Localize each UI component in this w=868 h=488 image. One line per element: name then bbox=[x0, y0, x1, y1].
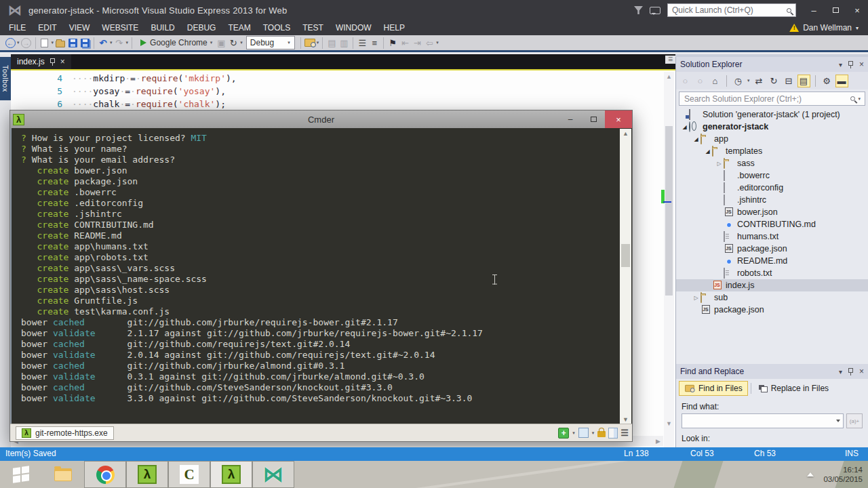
taskbar-button-vs[interactable]: ⋈ bbox=[252, 461, 294, 488]
next-bookmark-button[interactable]: ⇥ bbox=[411, 37, 423, 49]
panel-pin-icon[interactable] bbox=[848, 367, 854, 375]
panel-close-icon[interactable]: × bbox=[859, 367, 864, 376]
tab-index-js[interactable]: index.js × bbox=[11, 54, 71, 69]
expanded-arrow-icon[interactable]: ◢ bbox=[692, 136, 701, 142]
se-pending-changes-icon[interactable]: ◷ bbox=[732, 75, 745, 87]
terminal-scroll-down-icon[interactable]: ▼ bbox=[620, 416, 631, 423]
se-pending-dropdown-icon[interactable]: ▾ bbox=[747, 78, 750, 83]
code-line[interactable]: 5····yosay·=·require('yosay'), bbox=[11, 85, 648, 98]
terminal-output[interactable]: ? How is your project licensed? MIT? Wha… bbox=[10, 128, 632, 425]
taskbar-button-explorer[interactable] bbox=[42, 461, 84, 488]
quick-launch-input[interactable]: Quick Launch (Ctrl+Q) bbox=[667, 3, 796, 17]
scroll-toggle-icon[interactable] bbox=[608, 428, 618, 439]
se-forward-icon[interactable]: ○ bbox=[694, 75, 707, 87]
solution-explorer-titlebar[interactable]: Solution Explorer ▾ × bbox=[676, 57, 868, 72]
collapsed-arrow-icon[interactable]: ▷ bbox=[692, 295, 701, 301]
se-properties-icon[interactable]: ⚙ bbox=[821, 75, 833, 87]
code-line[interactable]: 6····chalk·=·require('chalk'); bbox=[11, 98, 648, 110]
navigate-back-button[interactable]: ← bbox=[4, 37, 16, 49]
save-all-button[interactable] bbox=[79, 37, 91, 49]
feedback-icon[interactable] bbox=[650, 7, 660, 14]
bookmark-button[interactable]: ⚑ bbox=[387, 37, 399, 49]
se-refresh-icon[interactable]: ↻ bbox=[768, 75, 781, 87]
search-dropdown-icon[interactable]: ▾ bbox=[858, 96, 861, 102]
save-button[interactable] bbox=[66, 37, 79, 49]
tree-item-bower.json[interactable]: JSbower.json bbox=[676, 206, 868, 218]
uncomment-button[interactable]: ≡ bbox=[368, 37, 380, 49]
toolbar-overflow2-icon[interactable]: ▾ bbox=[436, 40, 439, 45]
show-hidden-icons-button[interactable] bbox=[807, 472, 814, 476]
redo-button[interactable]: ↷ bbox=[113, 37, 125, 49]
cmder-maximize-button[interactable] bbox=[582, 110, 605, 128]
se-home-icon[interactable]: ⌂ bbox=[709, 75, 722, 87]
console-layout-icon[interactable] bbox=[578, 428, 589, 438]
tree-item-sub[interactable]: ▷sub bbox=[676, 291, 868, 304]
increase-indent-button[interactable]: ▥ bbox=[338, 37, 350, 49]
menu-file[interactable]: FILE bbox=[3, 21, 32, 35]
taskbar-button-cmder[interactable]: λ bbox=[210, 461, 252, 488]
expanded-arrow-icon[interactable]: ◢ bbox=[703, 148, 712, 155]
chevron-down-icon[interactable]: ▾ bbox=[856, 25, 859, 31]
prev-bookmark-button[interactable]: ⇤ bbox=[399, 37, 411, 49]
scroll-right-icon[interactable]: ▶ bbox=[656, 438, 660, 445]
start-debug-icon[interactable] bbox=[140, 39, 146, 46]
solution-search-input[interactable] bbox=[683, 94, 850, 104]
tree-item-humans.txt[interactable]: humans.txt bbox=[676, 230, 868, 243]
decrease-indent-button[interactable]: ▤ bbox=[326, 37, 338, 49]
tree-item-robots.txt[interactable]: robots.txt bbox=[676, 267, 868, 279]
navigate-forward-button[interactable]: → bbox=[20, 37, 33, 49]
panel-pin-icon[interactable] bbox=[848, 60, 854, 68]
user-name[interactable]: Dan Wellman bbox=[803, 23, 852, 33]
menu-tools[interactable]: TOOLS bbox=[257, 21, 296, 35]
undo-button[interactable]: ↶ bbox=[97, 37, 109, 49]
browser-dropdown-icon[interactable]: ▾ bbox=[210, 40, 213, 45]
tree-item-sass[interactable]: ▷sass bbox=[676, 157, 868, 169]
new-file-dropdown-icon[interactable]: ▾ bbox=[52, 40, 54, 45]
scroll-down-icon[interactable]: ▼ bbox=[664, 420, 674, 427]
toolbox-tab[interactable]: Toolbox bbox=[0, 57, 11, 100]
close-button[interactable]: × bbox=[846, 0, 868, 20]
expanded-arrow-icon[interactable]: ◢ bbox=[680, 124, 689, 130]
open-file-button[interactable] bbox=[54, 37, 66, 49]
back-dropdown-icon[interactable]: ▾ bbox=[17, 40, 20, 45]
tree-item-readme.md[interactable]: README.md bbox=[676, 255, 868, 267]
menu-edit[interactable]: EDIT bbox=[32, 21, 62, 35]
notifications-filter-icon[interactable] bbox=[634, 6, 643, 14]
se-back-icon[interactable]: ○ bbox=[679, 75, 692, 87]
tree-item-contributing.md[interactable]: CONTRIBUTING.md bbox=[676, 218, 868, 230]
restore-button[interactable] bbox=[825, 0, 846, 20]
taskbar-button-chrome[interactable] bbox=[84, 461, 126, 488]
taskbar-button-camtasia[interactable]: C bbox=[168, 461, 210, 488]
menu-window[interactable]: WINDOW bbox=[330, 21, 378, 35]
terminal-scroll-up-icon[interactable]: ▲ bbox=[620, 130, 631, 137]
lock-icon[interactable] bbox=[597, 431, 606, 437]
combo-dropdown-icon[interactable] bbox=[836, 420, 840, 422]
cmder-minimize-button[interactable]: – bbox=[559, 110, 582, 128]
editor-vertical-scrollbar[interactable] bbox=[664, 72, 674, 469]
toolbar-overflow-icon[interactable]: ▾ bbox=[317, 40, 319, 45]
menu-view[interactable]: VIEW bbox=[63, 21, 96, 35]
layout-dropdown-icon[interactable]: ▾ bbox=[592, 430, 595, 436]
terminal-scrollbar[interactable]: ▲ ▼ bbox=[620, 129, 631, 424]
se-preview-icon[interactable]: ▬ bbox=[835, 75, 848, 87]
menu-debug[interactable]: DEBUG bbox=[181, 21, 222, 35]
tab-replace-in-files[interactable]: Replace in Files bbox=[754, 381, 833, 396]
panel-menu-icon[interactable]: ▾ bbox=[839, 368, 842, 375]
tree-item-package.json[interactable]: JSpackage.json bbox=[676, 243, 868, 255]
clear-bookmarks-button[interactable]: ⇦ bbox=[423, 37, 435, 49]
solution-config-select[interactable]: Debug ▾ bbox=[246, 36, 295, 49]
taskbar-button-cmder[interactable]: λ bbox=[126, 461, 168, 488]
tree-item-index.js[interactable]: JSindex.js bbox=[676, 279, 868, 291]
tree-item-generator-jstack[interactable]: ◢generator-jstack bbox=[676, 121, 868, 133]
browser-target-label[interactable]: Google Chrome bbox=[150, 38, 208, 47]
menu-help[interactable]: HELP bbox=[378, 21, 411, 35]
regex-option-button[interactable]: (a)+ bbox=[846, 413, 863, 428]
cmder-console-tab[interactable]: λ git-remote-https.exe bbox=[16, 426, 114, 440]
panel-close-icon[interactable]: × bbox=[859, 60, 864, 69]
code-area[interactable]: 4····mkdirp·=·require('mkdirp'),5····yos… bbox=[11, 72, 648, 110]
attach-button[interactable]: ▣ bbox=[215, 37, 227, 49]
se-show-all-files-icon[interactable]: ▤ bbox=[797, 75, 810, 87]
cmder-titlebar[interactable]: λ Cmder – × bbox=[10, 110, 632, 128]
new-file-button[interactable] bbox=[39, 37, 51, 49]
se-collapse-all-icon[interactable]: ⊟ bbox=[783, 75, 795, 87]
